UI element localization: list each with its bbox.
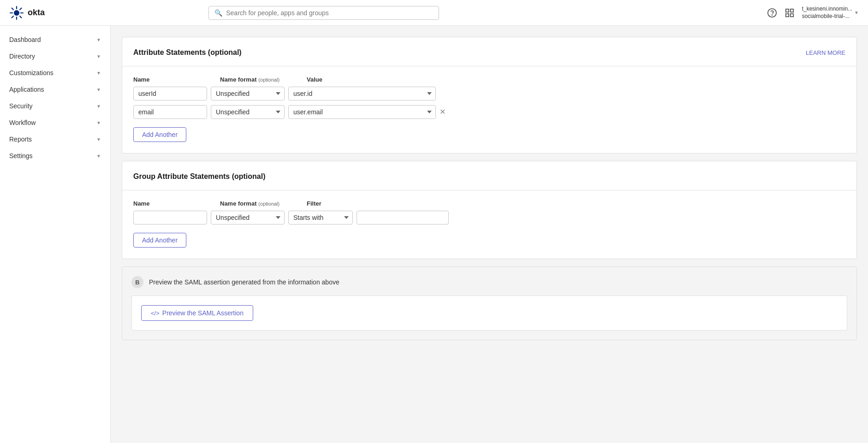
svg-line-6: [20, 16, 22, 18]
group-col-header-name-format: Name format (optional): [220, 200, 303, 207]
grid-icon[interactable]: [785, 8, 795, 18]
attribute-statements-title: Attribute Statements (optional): [133, 48, 242, 57]
topnav-right: t_kesineni.innomin... socialmobile-trial…: [767, 6, 859, 20]
group-attribute-statements-header: Group Attribute Statements (optional): [133, 172, 845, 181]
group-attr-name-input-0[interactable]: [133, 211, 207, 224]
svg-line-8: [12, 16, 14, 18]
group-attribute-add-another-button[interactable]: Add Another: [133, 233, 186, 248]
group-col-header-filter: Filter: [307, 200, 845, 207]
preview-inner: </> Preview the SAML Assertion: [131, 295, 847, 331]
user-line2: socialmobile-trial-...: [802, 13, 852, 20]
user-chevron-icon: ▼: [854, 10, 859, 15]
attr-name-format-select-1[interactable]: Unspecified URI Reference Basic: [211, 105, 285, 119]
sidebar-item-reports[interactable]: Reports ▼: [0, 131, 110, 148]
chevron-down-icon: ▼: [96, 104, 101, 109]
code-icon: </>: [151, 310, 160, 317]
svg-rect-12: [791, 9, 793, 12]
sidebar-item-security-label: Security: [9, 102, 33, 110]
chevron-down-icon: ▼: [96, 87, 101, 92]
attribute-row-1: Unspecified URI Reference Basic user.id …: [133, 105, 845, 119]
group-filter-type-select-0[interactable]: Starts with Equals Contains Matches rege…: [288, 211, 353, 224]
svg-rect-11: [785, 9, 788, 12]
sidebar-item-settings[interactable]: Settings ▼: [0, 148, 110, 164]
svg-line-7: [20, 8, 22, 10]
attribute-row-0: Unspecified URI Reference Basic user.id …: [133, 87, 845, 100]
attr-name-input-0[interactable]: [133, 87, 207, 100]
sidebar-item-customizations-label: Customizations: [9, 69, 54, 77]
attr-value-select-1[interactable]: user.id user.email user.login user.first…: [288, 105, 436, 119]
preview-description: Preview the SAML assertion generated fro…: [149, 278, 339, 286]
chevron-down-icon: ▼: [96, 71, 101, 76]
col-header-name: Name: [133, 76, 216, 83]
topnav: okta 🔍 t_kesineni.innomin... socialmobil…: [0, 0, 868, 26]
user-menu[interactable]: t_kesineni.innomin... socialmobile-trial…: [802, 6, 859, 20]
preview-saml-button-label: Preview the SAML Assertion: [162, 309, 244, 317]
okta-logo-icon: [9, 6, 24, 20]
preview-saml-button[interactable]: </> Preview the SAML Assertion: [141, 305, 253, 321]
attr-value-wrapper-0: user.id user.email user.login user.first…: [288, 87, 845, 100]
sidebar-item-dashboard-label: Dashboard: [9, 36, 41, 43]
sidebar-item-directory-label: Directory: [9, 53, 35, 60]
search-input[interactable]: [226, 9, 433, 17]
group-attr-name-format-select-0[interactable]: Unspecified URI Reference Basic: [211, 211, 285, 224]
attribute-statements-col-headers: Name Name format (optional) Value: [133, 76, 845, 83]
col-header-name-format: Name format (optional): [220, 76, 303, 83]
svg-point-0: [14, 10, 19, 16]
group-filter-wrapper-0: Starts with Equals Contains Matches rege…: [288, 211, 845, 224]
chevron-down-icon: ▼: [96, 120, 101, 125]
svg-line-5: [12, 8, 14, 10]
search-icon: 🔍: [214, 9, 222, 17]
attribute-statements-learn-more[interactable]: LEARN MORE: [806, 49, 845, 56]
step-badge: B: [131, 276, 143, 288]
sidebar: Dashboard ▼ Directory ▼ Customizations ▼…: [0, 26, 111, 443]
sidebar-item-applications-label: Applications: [9, 86, 44, 93]
attr-value-wrapper-1: user.id user.email user.login user.first…: [288, 105, 845, 119]
user-line1: t_kesineni.innomin...: [802, 6, 852, 13]
group-attribute-row-0: Unspecified URI Reference Basic Starts w…: [133, 211, 845, 224]
sidebar-item-applications[interactable]: Applications ▼: [0, 81, 110, 98]
col-header-name-format-sub: (optional): [258, 77, 279, 83]
attribute-statements-section: Attribute Statements (optional) LEARN MO…: [122, 37, 857, 154]
group-col-header-name-format-sub: (optional): [258, 201, 279, 207]
attr-name-input-1[interactable]: [133, 105, 207, 119]
help-icon[interactable]: [767, 8, 777, 18]
attr-value-select-0[interactable]: user.id user.email user.login user.first…: [288, 87, 436, 100]
svg-rect-14: [791, 13, 793, 16]
svg-rect-13: [785, 13, 788, 16]
svg-point-10: [772, 15, 772, 15]
sidebar-item-customizations[interactable]: Customizations ▼: [0, 65, 110, 81]
col-header-value: Value: [307, 76, 845, 83]
divider: [122, 66, 856, 66]
chevron-down-icon: ▼: [96, 37, 101, 42]
attr-remove-btn-1[interactable]: ✕: [438, 106, 447, 118]
sidebar-item-workflow-label: Workflow: [9, 119, 36, 126]
group-attribute-statements-col-headers: Name Name format (optional) Filter: [133, 200, 845, 207]
attribute-statements-header: Attribute Statements (optional) LEARN MO…: [133, 48, 845, 57]
okta-logo-text: okta: [28, 8, 45, 18]
sidebar-item-directory[interactable]: Directory ▼: [0, 48, 110, 65]
search-bar[interactable]: 🔍: [208, 6, 439, 20]
sidebar-item-security[interactable]: Security ▼: [0, 98, 110, 114]
group-filter-value-input-0[interactable]: [357, 211, 449, 224]
preview-header: B Preview the SAML assertion generated f…: [131, 276, 847, 288]
sidebar-item-dashboard[interactable]: Dashboard ▼: [0, 31, 110, 48]
sidebar-item-reports-label: Reports: [9, 136, 32, 143]
chevron-down-icon: ▼: [96, 154, 101, 159]
group-attribute-statements-section: Group Attribute Statements (optional) Na…: [122, 161, 857, 259]
sidebar-item-settings-label: Settings: [9, 152, 33, 159]
sidebar-item-workflow[interactable]: Workflow ▼: [0, 114, 110, 131]
group-col-header-name: Name: [133, 200, 216, 207]
preview-section: B Preview the SAML assertion generated f…: [122, 266, 857, 340]
chevron-down-icon: ▼: [96, 54, 101, 59]
okta-logo: okta: [9, 6, 45, 20]
main-content: Attribute Statements (optional) LEARN MO…: [111, 26, 868, 443]
divider: [122, 190, 856, 190]
chevron-down-icon: ▼: [96, 137, 101, 142]
attribute-add-another-button[interactable]: Add Another: [133, 127, 186, 142]
attr-name-format-select-0[interactable]: Unspecified URI Reference Basic: [211, 87, 285, 100]
group-attribute-statements-title: Group Attribute Statements (optional): [133, 172, 266, 181]
